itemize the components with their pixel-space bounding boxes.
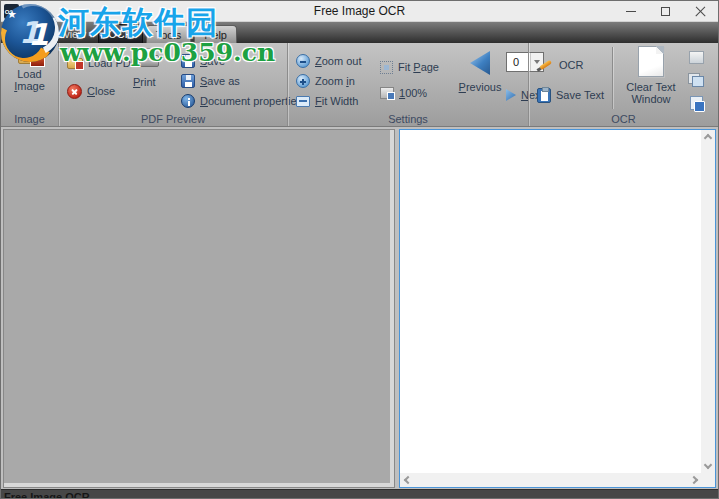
- ribbon: Load Image Image Load PDF Close: [1, 43, 718, 127]
- print-label: Print: [133, 76, 156, 88]
- window-title: Free Image OCR: [1, 4, 718, 18]
- zoom-in-button[interactable]: Zoom in: [292, 71, 376, 91]
- close-button[interactable]: [683, 1, 718, 21]
- save-as-icon: [181, 74, 195, 88]
- zoom-in-icon: [296, 74, 310, 88]
- minimize-button[interactable]: [613, 1, 648, 21]
- page-number-value: 0: [513, 56, 519, 68]
- fit-page-icon: [380, 61, 393, 74]
- ocr-button[interactable]: OCR: [533, 55, 607, 75]
- close-pdf-label: Close: [87, 85, 115, 97]
- ocr-text-window[interactable]: [399, 129, 716, 488]
- select-all-icon: [689, 51, 704, 64]
- paste-text-button[interactable]: [690, 95, 703, 111]
- load-image-icon: [18, 47, 42, 64]
- next-icon: [506, 89, 516, 101]
- group-label-settings: Settings: [288, 113, 528, 125]
- load-image-button[interactable]: Load Image: [14, 43, 45, 111]
- copy-icon: [688, 73, 704, 87]
- close-icon: [695, 6, 706, 17]
- statusbar: Free Image OCR: [1, 489, 718, 498]
- save-text-button[interactable]: Save Text: [533, 85, 607, 105]
- zoom-out-icon: [296, 54, 310, 68]
- print-icon: [133, 48, 159, 67]
- load-pdf-label: Load PDF: [88, 57, 138, 69]
- fit-width-icon: [296, 96, 310, 107]
- copy-text-button[interactable]: [688, 72, 704, 88]
- ribbon-group-pdf-preview: Load PDF Close Print Sa: [58, 43, 287, 126]
- clear-text-label-line1: Clear Text: [626, 81, 675, 93]
- previous-icon: [470, 51, 490, 75]
- save-text-label: Save Text: [556, 89, 604, 101]
- clear-text-window-button[interactable]: Clear Text Window: [618, 43, 684, 105]
- group-label-pdf-preview: PDF Preview: [59, 113, 287, 125]
- paste-icon: [690, 96, 703, 110]
- previous-page-button[interactable]: Previous: [454, 43, 506, 93]
- ocr-pen-icon: [537, 58, 554, 72]
- minimize-icon: [626, 11, 636, 12]
- zoom-100-label: 100%: [399, 87, 427, 99]
- zoom-out-label: Zoom out: [315, 55, 361, 67]
- zoom-100-icon: [380, 87, 394, 99]
- print-button[interactable]: Print: [133, 43, 177, 88]
- vertical-scrollbar[interactable]: [701, 130, 715, 473]
- scroll-up-icon[interactable]: [704, 134, 712, 142]
- group-label-image: Image: [1, 113, 58, 125]
- select-all-button[interactable]: [689, 49, 704, 65]
- tab-help[interactable]: Help: [194, 25, 237, 43]
- zoom-in-label: Zoom in: [315, 75, 355, 87]
- tab-pdf-preview[interactable]: PDF Preview: [13, 25, 95, 43]
- scroll-down-icon[interactable]: [704, 461, 712, 469]
- save-as-label: Save as: [200, 75, 240, 87]
- zoom-out-button[interactable]: Zoom out: [292, 51, 376, 71]
- main-content: [1, 127, 718, 491]
- group-label-ocr: OCR: [529, 113, 718, 125]
- ribbon-group-image: Load Image Image: [1, 43, 58, 126]
- titlebar: OCR Free Image OCR: [1, 1, 718, 22]
- close-pdf-button[interactable]: Close: [63, 81, 133, 101]
- clear-text-label-line2: Window: [631, 93, 670, 105]
- save-icon: [181, 54, 195, 68]
- ribbon-group-ocr: OCR Save Text Clear Text Window: [528, 43, 718, 126]
- tab-tools[interactable]: Tools: [146, 25, 192, 43]
- save-text-icon: [537, 88, 551, 103]
- maximize-button[interactable]: [648, 1, 683, 21]
- ribbon-group-settings: Zoom out Zoom in Fit Width Fit Page: [287, 43, 528, 126]
- load-pdf-icon: [67, 58, 83, 69]
- fit-width-button[interactable]: Fit Width: [292, 91, 376, 111]
- horizontal-scrollbar[interactable]: [400, 473, 715, 487]
- ocr-separator: [612, 47, 613, 109]
- scroll-left-icon[interactable]: [404, 476, 412, 484]
- load-image-label-line1: Load: [17, 68, 41, 80]
- window-controls: [613, 1, 718, 21]
- pdf-preview-panel[interactable]: [3, 129, 395, 488]
- status-text: Free Image OCR: [4, 491, 718, 498]
- scroll-right-icon[interactable]: [690, 476, 698, 484]
- close-red-icon: [67, 84, 82, 99]
- load-image-label-line2: Image: [14, 80, 45, 92]
- fit-page-label: Fit Page: [398, 61, 439, 73]
- document-properties-icon: [181, 94, 195, 108]
- load-pdf-button[interactable]: Load PDF: [63, 53, 133, 73]
- maximize-icon: [661, 7, 670, 16]
- zoom-100-button[interactable]: 100%: [376, 83, 444, 103]
- ocr-label: OCR: [559, 59, 583, 71]
- previous-label: Previous: [459, 81, 502, 93]
- tab-ocr[interactable]: OCR: [98, 24, 142, 43]
- clear-text-window-icon: [638, 46, 664, 77]
- fit-page-button[interactable]: Fit Page: [376, 57, 444, 77]
- ribbon-tabbar: PDF Preview OCR Tools Help: [1, 22, 718, 43]
- save-label: Save: [200, 55, 225, 67]
- app-window: OCR Free Image OCR PDF Preview OCR Tools…: [0, 0, 719, 499]
- fit-width-label: Fit Width: [315, 95, 358, 107]
